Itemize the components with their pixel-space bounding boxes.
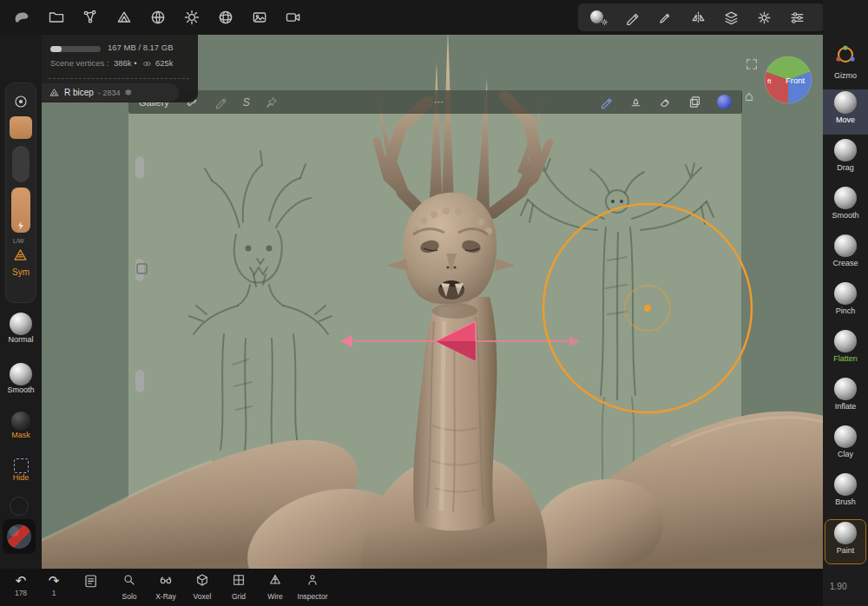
tool-crease[interactable]: Crease [823,233,868,278]
xray-glasses-icon [158,573,174,587]
fullscreen-icon[interactable] [745,57,759,71]
sym-mode-label: L/W [13,238,23,244]
voxel-button[interactable]: Voxel [186,573,219,601]
ghost-tool-button[interactable] [10,497,29,516]
grid-icon [232,573,246,587]
eraser-icon[interactable] [658,95,673,109]
lighting-icon[interactable] [183,9,201,26]
material-sphere-icon[interactable] [217,9,234,26]
normal-sphere-icon [10,313,32,335]
flatten-sphere-icon [834,330,857,352]
undo-count: 178 [10,589,31,597]
move-sphere-icon [834,91,857,114]
paint-pen-icon[interactable] [657,10,674,26]
radius-indicator-icon[interactable] [13,94,29,109]
solo-button[interactable]: Solo [113,573,146,601]
matcap-sphere-button[interactable] [717,95,732,109]
falloff-curve-icon[interactable]: S [243,96,250,109]
matcap-red-stripe-icon [3,519,36,554]
paint-sphere-icon [834,522,857,544]
intensity-slider[interactable] [11,188,30,233]
symmetry-triangle-icon[interactable] [12,247,29,263]
stamp-icon[interactable] [628,95,643,109]
mask-button[interactable]: Mask [0,412,42,439]
pen-mode-icon[interactable] [599,95,614,109]
secondary-count: 625k [155,58,174,68]
left-face-label: ft [767,77,772,85]
falloff-normal-button[interactable]: Normal [0,313,42,344]
tool-brush[interactable]: Brush [823,471,868,517]
sliders-icon[interactable] [789,10,806,26]
voxel-cube-icon [195,573,209,587]
freeze-icon[interactable]: ❄ [124,88,131,97]
tool-paint[interactable]: Paint [825,519,866,564]
vertices-count: 386k • [114,58,137,68]
object-suffix: - 2834 [98,89,121,97]
tool-move[interactable]: Move [823,89,868,135]
image-icon[interactable] [251,9,268,26]
memory-bar [50,46,101,52]
front-face-label: Front [786,76,806,85]
sculpt-mesh-icon[interactable] [115,9,133,26]
globe-icon[interactable] [149,9,167,26]
more-options[interactable]: ⋯ [434,96,444,108]
falloff-smooth-button[interactable]: Smooth [0,363,42,394]
tool-gizmo[interactable]: Gizmo [823,42,868,87]
brush-sphere-icon [834,473,857,496]
material-preview-box[interactable] [3,519,36,554]
nomad-sculpt-app: Gallery S ⋯ ⌂ ft Front [0,0,868,606]
grid-button[interactable]: Grid [222,573,255,601]
pin-icon[interactable] [265,96,279,109]
top-toolbar-left [7,0,302,35]
stylus-icon[interactable] [624,10,641,26]
redo-button[interactable]: ↷ 1 [43,573,64,597]
stroke-pen-icon[interactable] [214,95,228,109]
orientation-ball[interactable]: ft Front [762,54,814,106]
symmetry-mirror-icon[interactable] [690,10,707,26]
scene-list-icon [83,573,99,589]
crease-sphere-icon [834,234,857,257]
tool-pinch[interactable]: Pinch [823,280,868,326]
settings-gear-icon[interactable] [756,10,773,26]
tool-smooth[interactable]: Smooth [823,185,868,230]
wireframe-icon [268,573,282,587]
inspector-button[interactable]: Inspector [292,573,333,601]
scene-vertices-label: Scene vertices : [50,58,109,68]
memory-usage: 167 MB / 8.17 GB [108,43,174,52]
files-icon[interactable] [48,9,65,26]
inflate-sphere-icon [834,378,857,400]
home-view-icon[interactable]: ⌂ [745,89,753,104]
tool-sidebar: Gizmo Move Drag Smooth Crease Pinch Flat… [823,0,868,606]
tool-drag[interactable]: Drag [823,137,868,182]
app-logo-icon[interactable] [12,8,31,27]
undo-icon: ↶ [16,573,27,588]
selected-object-chip[interactable]: R bicep - 2834 ❄ [42,83,179,102]
layers-icon[interactable] [723,10,740,26]
wire-button[interactable]: Wire [259,573,292,601]
camera-icon[interactable] [285,9,302,26]
object-name: R bicep [64,88,94,97]
solo-magnifier-icon [122,573,136,587]
color-swatch[interactable] [10,116,32,139]
link-icon [142,59,152,69]
hide-button[interactable]: Hide [0,458,42,482]
pinch-sphere-icon [834,282,857,305]
tool-flatten[interactable]: Flatten [823,328,868,373]
xray-button[interactable]: X-Ray [149,573,182,601]
drag-sphere-icon [834,139,857,161]
inspector-person-icon [306,573,319,587]
undo-button[interactable]: ↶ 178 [10,573,31,597]
tool-clay[interactable]: Clay [823,424,868,469]
sym-label[interactable]: Sym [12,267,30,277]
hide-selection-icon [14,458,29,473]
node-graph-icon[interactable] [82,9,99,26]
sculpt-viewport[interactable]: Gallery S ⋯ ⌂ ft Front [42,35,823,569]
scene-render [42,35,823,569]
top-toolbar [0,0,868,35]
scene-list-button[interactable] [80,573,102,592]
brush-settings-icon[interactable] [590,9,608,26]
smooth-sphere-icon [834,187,857,209]
radius-slider[interactable] [12,146,30,182]
duplicate-layers-icon[interactable] [687,95,702,109]
tool-inflate[interactable]: Inflate [823,376,868,421]
